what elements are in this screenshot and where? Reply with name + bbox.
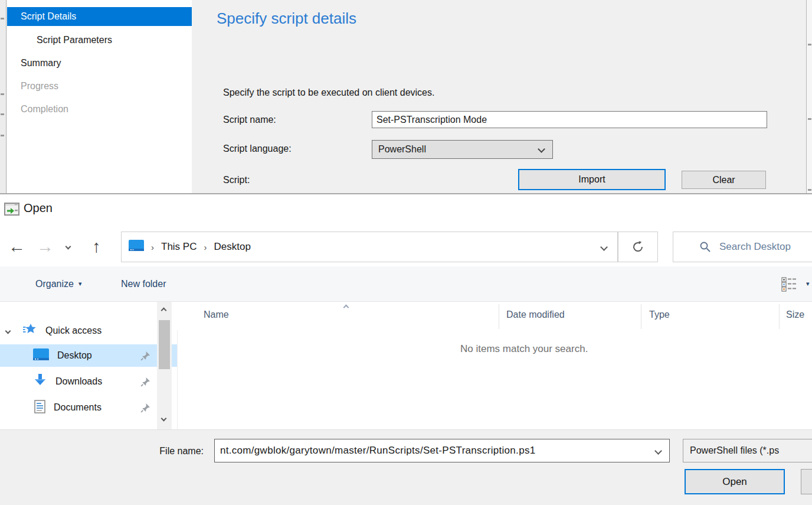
scroll-down-icon[interactable]: [161, 416, 167, 422]
pin-icon: [140, 403, 150, 415]
new-folder-label: New folder: [121, 279, 166, 289]
breadcrumb-separator: ›: [202, 242, 208, 252]
window-edge-artifact: [1, 18, 4, 19]
column-divider[interactable]: [779, 304, 780, 329]
forward-button: →: [37, 238, 54, 255]
address-bar[interactable]: › This PC › Desktop: [121, 232, 618, 262]
desktop-location-icon: [129, 240, 144, 254]
downloads-icon: [33, 373, 47, 390]
view-mode-button[interactable]: [780, 266, 797, 301]
file-name-value: nt.com/gwblok/garytown/master/RunScripts…: [220, 439, 645, 462]
pin-icon: [140, 351, 150, 363]
dialog-footer: File name: nt.com/gwblok/garytown/master…: [0, 429, 812, 505]
file-name-input[interactable]: nt.com/gwblok/garytown/master/RunScripts…: [214, 439, 670, 462]
window-edge-artifact: [1, 93, 4, 95]
clear-button[interactable]: Clear: [682, 171, 766, 189]
file-name-label: File name:: [121, 446, 204, 457]
quick-access-icon: [23, 323, 37, 338]
scrollbar-thumb[interactable]: [159, 320, 170, 369]
create-script-wizard-window: Script Details Script Parameters Summary…: [0, 0, 812, 194]
breadcrumb-this-pc[interactable]: This PC: [161, 241, 197, 253]
column-divider[interactable]: [499, 304, 499, 329]
chevron-down-icon: [538, 145, 545, 153]
chevron-down-icon: ▾: [78, 280, 82, 288]
background-window-edge: [0, 0, 6, 194]
refresh-icon: [631, 240, 645, 254]
tree-item-label: Documents: [54, 402, 102, 413]
wizard-step-script-parameters[interactable]: Script Parameters: [7, 31, 192, 50]
window-edge-artifact: [1, 135, 4, 136]
search-placeholder: Search Desktop: [719, 241, 791, 253]
window-edge-artifact: [808, 189, 811, 191]
navigation-pane: Quick access Desktop: [0, 302, 177, 429]
wizard-step-script-details[interactable]: Script Details: [7, 7, 192, 26]
column-header-date-modified[interactable]: Date modified: [506, 309, 565, 320]
file-list-header: Name Date modified Type Size: [177, 302, 812, 330]
column-header-name[interactable]: Name: [204, 309, 229, 320]
script-name-label: Script name:: [223, 115, 276, 125]
tree-item-quick-access[interactable]: Quick access: [0, 320, 177, 342]
tree-item-desktop[interactable]: Desktop: [0, 344, 177, 367]
wizard-steps-sidebar: Script Details Script Parameters Summary…: [7, 0, 192, 193]
search-icon: [699, 241, 711, 253]
open-dialog-icon: [4, 203, 19, 218]
script-language-value: PowerShell: [378, 144, 426, 154]
tree-item-downloads[interactable]: Downloads: [0, 370, 177, 393]
column-header-size[interactable]: Size: [786, 309, 804, 320]
sort-ascending-icon: [343, 305, 349, 311]
file-type-select[interactable]: PowerShell files (*.ps: [683, 439, 812, 462]
open-file-dialog: Open ← → ↑ › This PC › Desktop: [0, 194, 812, 505]
organize-label: Organize: [35, 279, 74, 289]
wizard-step-summary[interactable]: Summary: [7, 54, 192, 73]
up-button[interactable]: ↑: [92, 238, 101, 255]
script-description-text: Specify the script to be executed on cli…: [223, 87, 434, 98]
search-input[interactable]: Search Desktop: [673, 232, 812, 262]
address-dropdown-chevron-icon[interactable]: [600, 243, 608, 251]
page-title: Specify script details: [217, 9, 356, 28]
script-language-select[interactable]: PowerShell: [372, 140, 553, 159]
back-button[interactable]: ←: [8, 238, 25, 255]
script-label: Script:: [223, 175, 250, 185]
script-language-label: Script language:: [223, 144, 292, 154]
new-folder-button[interactable]: New folder: [121, 266, 166, 301]
window-edge-artifact: [808, 44, 811, 45]
import-button[interactable]: Import: [518, 169, 666, 190]
organize-menu-button[interactable]: Organize ▾: [35, 266, 81, 301]
documents-icon: [34, 400, 45, 416]
window-edge-artifact: [1, 113, 4, 115]
column-header-type[interactable]: Type: [649, 309, 670, 320]
pin-icon: [140, 377, 150, 389]
details-view-icon: [780, 276, 797, 292]
tree-item-label: Downloads: [55, 376, 102, 387]
wizard-step-progress: Progress: [7, 77, 192, 96]
view-mode-chevron-icon[interactable]: ▾: [806, 266, 810, 301]
empty-list-message: No items match your search.: [460, 343, 588, 355]
cancel-button[interactable]: [801, 469, 812, 494]
background-window-edge: [806, 0, 812, 194]
column-divider[interactable]: [641, 304, 641, 329]
open-button[interactable]: Open: [685, 469, 785, 494]
desktop-icon: [33, 348, 49, 363]
tree-item-label: Desktop: [57, 350, 92, 361]
wizard-main-panel: Specify script details Specify the scrip…: [192, 0, 806, 193]
scroll-up-icon[interactable]: [161, 308, 167, 314]
wizard-step-completion: Completion: [7, 100, 192, 119]
chevron-down-icon: [654, 447, 662, 455]
command-bar: Organize ▾ New folder ▾: [0, 266, 812, 302]
window-edge-artifact: [808, 118, 811, 120]
breadcrumb-separator: ›: [150, 242, 155, 252]
recent-locations-chevron-icon[interactable]: [66, 244, 71, 250]
refresh-button[interactable]: [618, 232, 658, 262]
tree-item-label: Quick access: [45, 325, 102, 336]
expander-chevron-icon[interactable]: [5, 328, 11, 334]
dialog-title: Open: [24, 201, 53, 215]
breadcrumb-desktop[interactable]: Desktop: [214, 241, 250, 253]
tree-scrollbar[interactable]: [157, 302, 172, 429]
script-name-input[interactable]: Set-PSTranscription Mode: [372, 111, 767, 128]
tree-item-documents[interactable]: Documents: [0, 396, 177, 419]
